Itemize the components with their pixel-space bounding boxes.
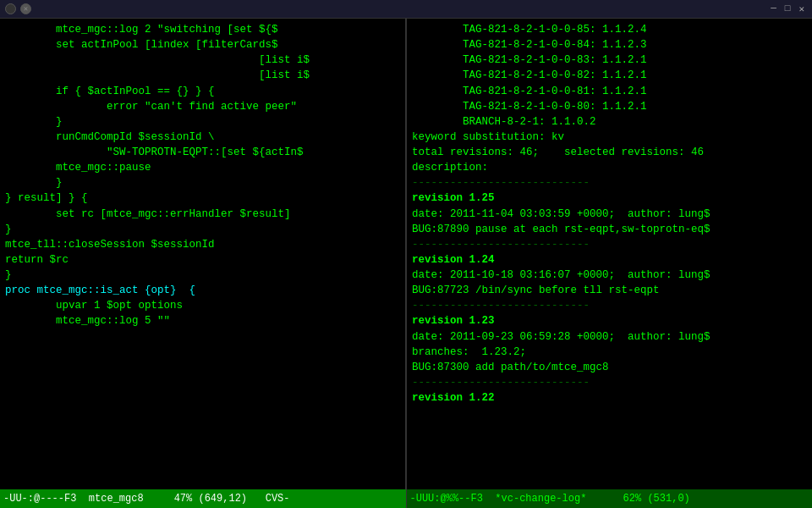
right-pane[interactable]: TAG-821-8-2-1-0-0-85: 1.1.2.4 TAG-821-8-… <box>407 19 812 489</box>
window-maximize-icon[interactable]: □ <box>782 3 793 14</box>
right-pane-line-21: branches: 1.23.2; <box>407 345 812 360</box>
status-right-filename: *vc-change-log* <box>495 493 586 505</box>
status-left-mode: -UU-:@----F3 <box>3 493 76 505</box>
status-left-position: 47% (649,12) <box>174 493 247 505</box>
right-pane-line-22: BUG:87300 add path/to/mtce_mgc8 <box>407 360 812 375</box>
left-pane-line-7: } <box>0 114 405 130</box>
status-left-type: CVS- <box>266 493 290 505</box>
window-button-close[interactable]: ✕ <box>20 3 31 14</box>
right-pane-line-17: BUG:87723 /bin/sync before tll rst-eqpt <box>407 283 812 298</box>
right-pane-line-3: TAG-821-8-2-1-0-0-82: 1.1.2.1 <box>407 68 812 83</box>
window-close-icon[interactable]: ✕ <box>796 3 807 14</box>
status-left-filename: mtce_mgc8 <box>89 493 144 505</box>
status-left-spacer <box>76 493 88 505</box>
left-pane-line-5: if { $actInPool == {} } { <box>0 84 405 99</box>
window-minimize-icon[interactable]: ─ <box>768 3 779 14</box>
status-bar-left: -UU-:@----F3 mtce_mgc8 47% (649,12) CVS- <box>0 489 407 508</box>
right-pane-line-10: ---------------------------- <box>407 175 812 190</box>
window-titlebar: ✕ ─ □ ✕ <box>0 0 812 19</box>
window-action-controls[interactable]: ─ □ ✕ <box>768 3 807 14</box>
right-pane-line-15: revision 1.24 <box>407 252 812 268</box>
left-pane-line-15: } <box>0 222 405 237</box>
left-pane-line-22: upvar 1 $opt options <box>0 298 405 313</box>
left-pane[interactable]: mtce_mgc::log 2 "switching [set ${$ set … <box>0 19 407 489</box>
right-pane-line-24: revision 1.22 <box>407 390 812 406</box>
status-right-spacer <box>483 493 495 505</box>
editor-panes: mtce_mgc::log 2 "switching [set ${$ set … <box>0 19 812 489</box>
left-pane-line-13: } result] } { <box>0 190 405 206</box>
window-button-1[interactable] <box>5 3 16 14</box>
left-pane-line-18: return $rc <box>0 252 405 268</box>
left-pane-line-11: mtce_mgc::pause <box>0 160 405 175</box>
right-pane-line-0: TAG-821-8-2-1-0-0-85: 1.1.2.4 <box>407 22 812 37</box>
status-left-spacer2 <box>144 493 174 505</box>
right-pane-line-9: description: <box>407 160 812 175</box>
left-pane-line-4: [list i$ <box>0 68 405 83</box>
right-pane-line-18: ---------------------------- <box>407 298 812 313</box>
left-pane-line-19: } <box>0 268 405 283</box>
left-pane-line-9: runCmdCompId $sessionId \ <box>0 130 405 145</box>
left-pane-line-0: mtce_mgc::log 2 "switching [set ${$ <box>0 22 405 37</box>
left-pane-line-10: "SW-TOPROTN-EQPT::[set ${actIn$ <box>0 145 405 160</box>
right-pane-line-23: ---------------------------- <box>407 375 812 390</box>
right-pane-line-4: TAG-821-8-2-1-0-0-81: 1.1.2.1 <box>407 84 812 99</box>
right-pane-line-1: TAG-821-8-2-1-0-0-84: 1.1.2.3 <box>407 37 812 52</box>
window-controls[interactable]: ✕ <box>5 3 31 14</box>
right-pane-line-2: TAG-821-8-2-1-0-0-83: 1.1.2.1 <box>407 52 812 68</box>
right-pane-line-11: revision 1.25 <box>407 190 812 206</box>
right-pane-line-5: TAG-821-8-2-1-0-0-80: 1.1.2.1 <box>407 99 812 114</box>
right-pane-line-16: date: 2011-10-18 03:16:07 +0000; author:… <box>407 268 812 283</box>
right-pane-line-6: BRANCH-8-2-1: 1.1.0.2 <box>407 114 812 130</box>
status-left-spacer3 <box>247 493 266 505</box>
right-pane-line-7: keyword substitution: kv <box>407 130 812 145</box>
left-pane-line-21: proc mtce_mgc::is_act {opt} { <box>0 283 405 298</box>
right-pane-line-14: ---------------------------- <box>407 237 812 252</box>
status-right-mode: -UUU:@%%--F3 <box>410 493 483 505</box>
status-bar: -UU-:@----F3 mtce_mgc8 47% (649,12) CVS-… <box>0 489 812 508</box>
status-right-position: 62% (531,0) <box>623 493 690 505</box>
left-pane-line-24: mtce_mgc::log 5 "" <box>0 313 405 329</box>
left-pane-line-3: [list i$ <box>0 52 405 68</box>
left-pane-line-16: mtce_tll::closeSession $sessionId <box>0 237 405 252</box>
right-pane-line-8: total revisions: 46; selected revisions:… <box>407 145 812 160</box>
right-pane-line-20: date: 2011-09-23 06:59:28 +0000; author:… <box>407 329 812 345</box>
right-pane-line-12: date: 2011-11-04 03:03:59 +0000; author:… <box>407 207 812 222</box>
editor-area: mtce_mgc::log 2 "switching [set ${$ set … <box>0 19 812 508</box>
status-bar-right: -UUU:@%%--F3 *vc-change-log* 62% (531,0) <box>407 489 813 508</box>
left-pane-line-14: set rc [mtce_mgc::errHandler $result] <box>0 207 405 222</box>
left-pane-line-2: set actInPool [lindex [filterCards$ <box>0 37 405 52</box>
left-pane-line-12: } <box>0 175 405 190</box>
right-pane-line-19: revision 1.23 <box>407 313 812 329</box>
left-pane-line-6: error "can't find active peer" <box>0 99 405 114</box>
status-right-spacer2 <box>586 493 623 505</box>
right-pane-line-13: BUG:87890 pause at each rst-eqpt,sw-topr… <box>407 222 812 237</box>
